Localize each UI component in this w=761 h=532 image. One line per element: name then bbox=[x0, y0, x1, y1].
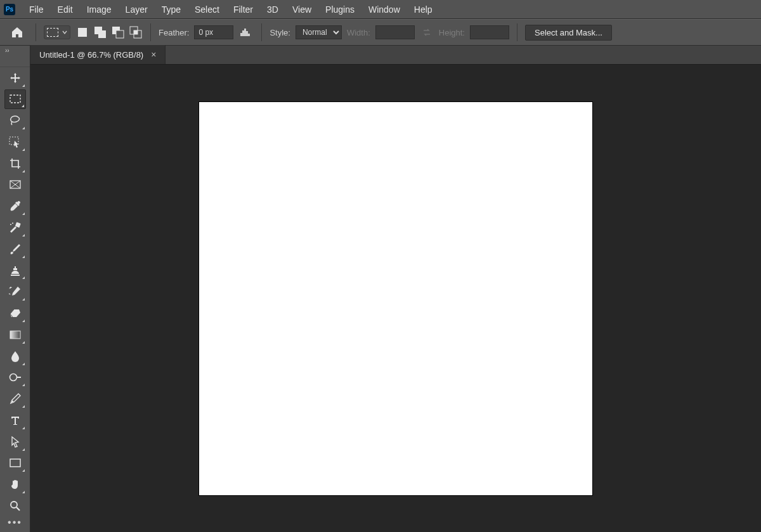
svg-rect-16 bbox=[10, 331, 20, 339]
gradient-tool[interactable] bbox=[4, 325, 26, 345]
history-brush-tool[interactable] bbox=[4, 282, 26, 302]
move-tool[interactable] bbox=[4, 68, 26, 88]
selection-subtract-icon[interactable] bbox=[111, 25, 125, 39]
svg-point-15 bbox=[12, 223, 13, 224]
svg-rect-7 bbox=[134, 30, 138, 34]
rectangular-marquee-icon bbox=[47, 28, 58, 37]
menu-layer[interactable]: Layer bbox=[119, 2, 154, 17]
menu-plugins[interactable]: Plugins bbox=[319, 2, 361, 17]
svg-rect-0 bbox=[78, 28, 87, 37]
selection-add-icon[interactable] bbox=[93, 25, 107, 39]
clone-stamp-tool[interactable] bbox=[4, 261, 26, 281]
workspace: ›› ••• Untitled-1 @ 66.7% (RGB/8) bbox=[0, 46, 761, 532]
width-input bbox=[375, 25, 415, 39]
panel-label bbox=[0, 56, 30, 67]
rectangle-shape-tool[interactable] bbox=[4, 453, 26, 474]
width-label: Width: bbox=[347, 28, 370, 37]
svg-rect-18 bbox=[16, 377, 21, 378]
separator bbox=[36, 23, 36, 41]
svg-rect-2 bbox=[98, 30, 106, 38]
frame-tool[interactable] bbox=[4, 175, 26, 195]
type-tool[interactable] bbox=[4, 410, 26, 431]
object-selection-tool[interactable] bbox=[4, 132, 26, 152]
menu-select[interactable]: Select bbox=[188, 2, 226, 17]
menu-help[interactable]: Help bbox=[408, 2, 439, 17]
current-tool-preset[interactable] bbox=[44, 25, 70, 39]
lasso-tool[interactable] bbox=[4, 110, 26, 131]
menu-view[interactable]: View bbox=[286, 2, 318, 17]
svg-rect-13 bbox=[15, 222, 20, 228]
rectangular-marquee-tool[interactable] bbox=[4, 89, 26, 110]
document-tab[interactable]: Untitled-1 @ 66.7% (RGB/8) × bbox=[30, 45, 166, 64]
menu-bar: Ps File Edit Image Layer Type Select Fil… bbox=[0, 0, 761, 19]
eraser-tool[interactable] bbox=[4, 303, 26, 323]
blur-tool[interactable] bbox=[4, 346, 26, 367]
swap-dimensions-icon bbox=[420, 25, 434, 39]
svg-point-14 bbox=[10, 224, 11, 225]
separator bbox=[261, 23, 262, 41]
style-select[interactable]: Normal bbox=[296, 25, 342, 39]
home-button[interactable] bbox=[6, 23, 28, 41]
svg-rect-8 bbox=[10, 95, 20, 103]
svg-point-17 bbox=[10, 374, 16, 381]
chevron-down-icon bbox=[62, 30, 67, 35]
panel-expand-icon[interactable]: ›› bbox=[0, 46, 30, 56]
svg-line-22 bbox=[16, 507, 20, 510]
antialias-icon[interactable] bbox=[238, 26, 254, 39]
menu-window[interactable]: Window bbox=[362, 2, 407, 17]
height-label: Height: bbox=[439, 28, 465, 37]
svg-point-21 bbox=[11, 502, 17, 508]
hand-tool[interactable] bbox=[4, 474, 26, 495]
menu-type[interactable]: Type bbox=[155, 2, 187, 17]
app-logo-text: Ps bbox=[6, 6, 13, 13]
zoom-tool[interactable] bbox=[4, 496, 26, 516]
separator bbox=[517, 23, 517, 41]
style-label: Style: bbox=[270, 28, 290, 37]
select-and-mask-button[interactable]: Select and Mask... bbox=[525, 25, 612, 41]
selection-new-icon[interactable] bbox=[75, 25, 89, 39]
document-tabstrip: Untitled-1 @ 66.7% (RGB/8) × bbox=[30, 46, 761, 65]
crop-tool[interactable] bbox=[4, 153, 26, 174]
height-input bbox=[470, 25, 509, 39]
document-area: Untitled-1 @ 66.7% (RGB/8) × bbox=[30, 46, 761, 532]
pen-tool[interactable] bbox=[4, 389, 26, 409]
menu-file[interactable]: File bbox=[23, 2, 50, 17]
dodge-tool[interactable] bbox=[4, 368, 26, 388]
brush-tool[interactable] bbox=[4, 239, 26, 259]
path-selection-tool[interactable] bbox=[4, 432, 26, 452]
selection-intersect-icon[interactable] bbox=[129, 25, 143, 39]
spot-healing-brush-tool[interactable] bbox=[4, 217, 26, 238]
menu-filter[interactable]: Filter bbox=[227, 2, 259, 17]
separator bbox=[150, 23, 151, 41]
menu-image[interactable]: Image bbox=[81, 2, 118, 17]
svg-rect-20 bbox=[10, 459, 20, 467]
document-tab-title: Untitled-1 @ 66.7% (RGB/8) bbox=[39, 50, 143, 60]
canvas-viewport[interactable] bbox=[30, 65, 761, 532]
svg-rect-4 bbox=[116, 30, 124, 38]
feather-input[interactable]: 0 px bbox=[194, 25, 233, 39]
svg-point-19 bbox=[11, 401, 13, 402]
close-icon[interactable]: × bbox=[150, 49, 157, 60]
eyedropper-tool[interactable] bbox=[4, 196, 26, 216]
options-bar: Feather: 0 px Style: Normal Width: Heigh… bbox=[0, 19, 761, 46]
menu-3d[interactable]: 3D bbox=[261, 2, 285, 17]
edit-toolbar-icon[interactable]: ••• bbox=[8, 517, 22, 528]
tools-panel: ›› ••• bbox=[0, 46, 30, 532]
menu-edit[interactable]: Edit bbox=[51, 2, 79, 17]
feather-label: Feather: bbox=[159, 28, 189, 37]
canvas[interactable] bbox=[199, 102, 592, 495]
selection-mode-group bbox=[75, 25, 143, 39]
app-logo: Ps bbox=[4, 4, 15, 15]
